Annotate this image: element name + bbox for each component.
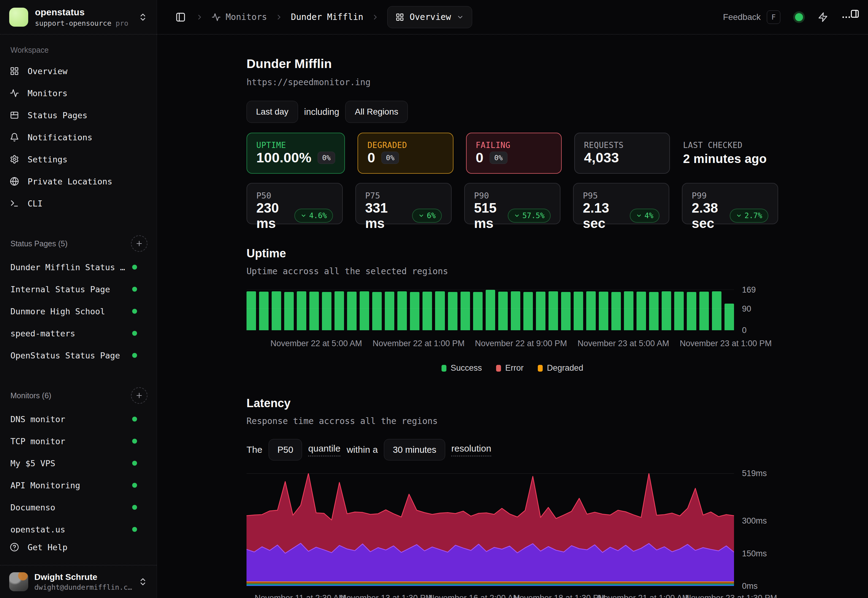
filters-row: Last day including All Regions — [246, 101, 868, 123]
stat-card-failing: FAILING 0 0% — [466, 133, 562, 174]
panel-right-icon — [850, 9, 859, 18]
uptime-bar — [322, 292, 331, 330]
uptime-bar — [712, 292, 721, 330]
status-page-item[interactable]: Dunder Mifflin Status … — [9, 256, 147, 278]
percentile-card-p99: P99 2.38 sec 2.7% — [682, 183, 778, 224]
uptime-bar — [662, 292, 671, 330]
feedback-shortcut-key: F — [767, 10, 780, 24]
monitors-section-title: Monitors (6) — [9, 391, 51, 400]
uptime-bar — [284, 292, 294, 330]
chevron-down-icon — [736, 212, 742, 219]
period-filter-button[interactable]: Last day — [246, 101, 298, 123]
uptime-bar — [586, 292, 596, 330]
status-dot — [132, 353, 137, 358]
workspace-avatar — [9, 7, 28, 27]
resolution-select-button[interactable]: 30 minutes — [384, 439, 445, 460]
sentence-prefix: The — [246, 444, 262, 455]
uptime-bar — [272, 292, 281, 330]
monitor-item[interactable]: Documenso — [9, 496, 147, 518]
add-monitor-button[interactable] — [131, 387, 147, 404]
monitor-item[interactable]: API Monitoring — [9, 474, 147, 496]
quantile-select-button[interactable]: P50 — [268, 439, 302, 460]
app-root: openstatus support-opensource pro Worksp… — [0, 0, 868, 598]
sidebar-item-settings[interactable]: Settings — [9, 148, 147, 170]
regions-filter-button[interactable]: All Regions — [345, 101, 408, 123]
user-name: Dwight Schrute — [34, 572, 132, 582]
monitor-url: https://speedmonitor.ing — [246, 77, 868, 87]
sidebar-item-status-pages[interactable]: Status Pages — [9, 104, 147, 126]
chevron-right-icon — [196, 13, 204, 21]
status-dot — [132, 439, 137, 444]
uptime-bar — [523, 292, 533, 330]
uptime-bar — [448, 292, 457, 330]
status-page-item[interactable]: Internal Status Page — [9, 278, 147, 300]
monitor-item[interactable]: openstat.us — [9, 518, 147, 533]
page-content: Dunder Mifflin https://speedmonitor.ing … — [157, 34, 868, 598]
sidebar-item-cli[interactable]: CLI — [9, 192, 147, 214]
monitor-item[interactable]: TCP monitor — [9, 430, 147, 452]
monitors-list: DNS monitor TCP monitor My $5 VPS API Mo… — [9, 408, 147, 533]
workspace-switcher[interactable]: openstatus support-opensource pro — [0, 0, 157, 34]
status-dot — [132, 527, 137, 532]
status-page-item[interactable]: speed-matters — [9, 322, 147, 344]
uptime-bar — [360, 292, 369, 330]
command-menu-button[interactable] — [818, 12, 828, 22]
breadcrumb-monitor-name[interactable]: Dunder Mifflin — [291, 12, 363, 22]
sidebar-item-private-locations[interactable]: Private Locations — [9, 170, 147, 192]
chevron-down-icon — [636, 212, 642, 219]
details-panel-toggle-button[interactable] — [850, 9, 859, 18]
globe-icon — [9, 177, 19, 186]
status-dot — [132, 309, 137, 314]
resolution-word[interactable]: resolution — [451, 443, 491, 456]
filters-joiner-text: including — [304, 107, 339, 117]
chevrons-up-down-icon — [138, 13, 147, 22]
page-title: Dunder Mifflin — [246, 57, 868, 71]
percentile-card-p50: P50 230 ms 4.6% — [246, 183, 343, 224]
workspace-name: openstatus — [35, 7, 132, 18]
uptime-bar — [297, 292, 306, 330]
topbar: Monitors Dunder Mifflin Overview Feedbac… — [157, 0, 868, 34]
stat-card-degraded: DEGRADED 0 0% — [357, 133, 453, 174]
breadcrumb-monitors[interactable]: Monitors — [211, 12, 267, 22]
uptime-bar — [460, 292, 470, 330]
percentile-card-p90: P90 515 ms 57.5% — [464, 183, 561, 224]
status-page-item[interactable]: Dunmore High School — [9, 300, 147, 322]
status-dot — [132, 505, 137, 510]
uptime-bar — [397, 292, 407, 330]
latency-section: Latency Response time accross all the re… — [246, 397, 868, 598]
latency-title: Latency — [246, 397, 868, 410]
feedback-button[interactable]: Feedback F — [723, 10, 780, 24]
panel-left-icon — [175, 12, 186, 22]
uptime-bar — [724, 303, 734, 330]
monitor-item[interactable]: DNS monitor — [9, 408, 147, 430]
more-options-button[interactable] — [841, 12, 852, 22]
status-page-item[interactable]: OpenStatus Status Page — [9, 344, 147, 366]
uptime-bar — [309, 292, 319, 330]
sidebar-toggle-button[interactable] — [174, 10, 187, 24]
chevron-down-icon — [514, 212, 520, 219]
sidebar-item-monitors[interactable]: Monitors — [9, 82, 147, 104]
uptime-bar — [498, 292, 508, 330]
activity-icon — [211, 13, 221, 22]
view-selector-button[interactable]: Overview — [387, 6, 472, 28]
uptime-bar — [574, 292, 583, 330]
workspace-slug: support-opensource — [35, 19, 111, 27]
uptime-bar — [637, 292, 646, 330]
status-dot — [132, 331, 137, 336]
system-status-indicator[interactable] — [793, 11, 805, 23]
bell-icon — [9, 133, 19, 142]
settings-icon — [9, 155, 19, 164]
get-help-button[interactable]: Get Help — [9, 536, 147, 558]
workspace-plan-badge: pro — [115, 19, 129, 27]
uptime-bar — [423, 292, 432, 330]
add-status-page-button[interactable] — [131, 235, 147, 252]
user-menu[interactable]: Dwight Schrute dwight@dundermifflin.c… — [0, 565, 157, 598]
get-help-label: Get Help — [28, 543, 67, 552]
grid-icon — [396, 13, 404, 21]
sidebar-item-notifications[interactable]: Notifications — [9, 126, 147, 148]
status-dot — [132, 417, 137, 422]
sidebar-item-overview[interactable]: Overview — [9, 60, 147, 82]
uptime-bar — [612, 292, 621, 330]
monitor-item[interactable]: My $5 VPS — [9, 452, 147, 474]
quantile-word[interactable]: quantile — [308, 443, 340, 456]
